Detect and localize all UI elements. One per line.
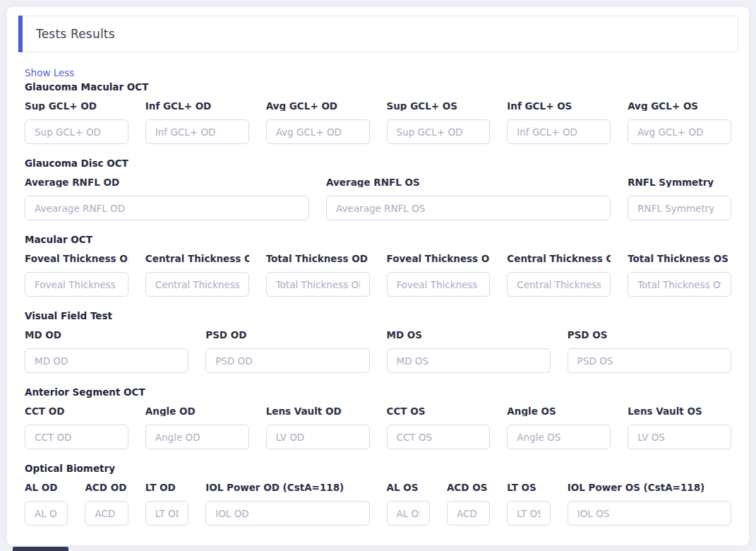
field-psd-os: PSD OS bbox=[568, 330, 731, 373]
field-label: AL OS bbox=[387, 482, 430, 492]
input-angle-os[interactable] bbox=[507, 425, 611, 449]
input-central-thickness-os[interactable] bbox=[507, 272, 611, 297]
form-sections: Glaucoma Macular OCTSup GCL+ ODInf GCL+ … bbox=[18, 82, 738, 526]
section-optical-biometry: Optical BiometryAL ODACD ODLT ODIOL Powe… bbox=[25, 463, 731, 526]
field-label: Lens Vault OS bbox=[628, 406, 731, 416]
section-heading: Macular OCT bbox=[25, 235, 731, 244]
field-lt-os: LT OS bbox=[507, 482, 550, 526]
field-label: RNFL Symmetry bbox=[628, 177, 731, 187]
field-total-thickness-os: Total Thickness OS bbox=[628, 254, 731, 297]
field-label: Inf GCL+ OD bbox=[145, 101, 249, 111]
field-label: Angle OD bbox=[145, 406, 249, 416]
field-rnfl-symmetry: RNFL Symmetry bbox=[628, 177, 731, 220]
input-inf-gcl-od[interactable] bbox=[145, 119, 249, 144]
field-label: Sup GCL+ OD bbox=[25, 101, 128, 111]
input-md-os[interactable] bbox=[387, 348, 551, 373]
field-inf-gcl-os: Inf GCL+ OS bbox=[507, 101, 611, 144]
section-heading: Glaucoma Disc OCT bbox=[25, 158, 731, 168]
input-rnfl-symmetry[interactable] bbox=[628, 196, 731, 220]
input-psd-os[interactable] bbox=[568, 348, 731, 373]
field-lens-vault-od: Lens Vault OD bbox=[266, 406, 370, 449]
field-grid: AL ODACD ODLT ODIOL Power OD (CstA=118)A… bbox=[25, 482, 731, 526]
field-central-thickness-os: Central Thickness OS bbox=[507, 254, 611, 297]
field-label: Inf GCL+ OS bbox=[507, 101, 611, 111]
field-average-rnfl-os: Average RNFL OS bbox=[326, 177, 611, 220]
section-visual-field-test: Visual Field TestMD ODPSD ODMD OSPSD OS bbox=[25, 311, 731, 373]
field-md-od: MD OD bbox=[25, 330, 188, 373]
input-lens-vault-os[interactable] bbox=[628, 425, 731, 449]
input-iol-power-os-csta-118[interactable] bbox=[568, 501, 731, 526]
input-lt-od[interactable] bbox=[145, 501, 188, 526]
field-label: LT OD bbox=[145, 482, 188, 492]
field-label: Sup GCL+ OS bbox=[387, 101, 491, 111]
field-label: MD OS bbox=[387, 330, 551, 340]
field-acd-os: ACD OS bbox=[447, 482, 490, 526]
field-label: Avg GCL+ OS bbox=[628, 101, 731, 111]
field-angle-os: Angle OS bbox=[507, 406, 611, 449]
input-md-od[interactable] bbox=[25, 348, 188, 373]
tests-results-card: Tests Results Show Less Glaucoma Macular… bbox=[7, 7, 749, 545]
field-label: Avg GCL+ OD bbox=[266, 101, 370, 111]
field-cct-od: CCT OD bbox=[25, 406, 128, 449]
field-grid: CCT ODAngle ODLens Vault ODCCT OSAngle O… bbox=[25, 406, 731, 449]
field-label: Central Thickness OD bbox=[145, 254, 249, 263]
field-angle-od: Angle OD bbox=[145, 406, 249, 449]
input-average-rnfl-os[interactable] bbox=[326, 196, 611, 220]
field-foveal-thickness-os: Foveal Thickness OS bbox=[387, 254, 491, 297]
field-al-os: AL OS bbox=[387, 482, 430, 526]
section-heading: Glaucoma Macular OCT bbox=[25, 82, 731, 92]
input-lens-vault-od[interactable] bbox=[266, 425, 370, 449]
input-total-thickness-os[interactable] bbox=[628, 272, 731, 297]
input-avg-gcl-os[interactable] bbox=[628, 119, 731, 144]
field-grid: Foveal Thickness ODCentral Thickness ODT… bbox=[25, 254, 731, 297]
input-inf-gcl-os[interactable] bbox=[507, 119, 611, 144]
field-label: ACD OS bbox=[447, 482, 490, 492]
field-label: PSD OS bbox=[568, 330, 731, 340]
input-angle-od[interactable] bbox=[145, 425, 249, 449]
input-avg-gcl-od[interactable] bbox=[266, 119, 370, 144]
field-lt-od: LT OD bbox=[145, 482, 188, 526]
input-cct-od[interactable] bbox=[25, 425, 128, 449]
input-acd-os[interactable] bbox=[447, 501, 490, 526]
input-total-thickness-od[interactable] bbox=[266, 272, 370, 297]
field-iol-power-od-csta-118: IOL Power OD (CstA=118) bbox=[205, 482, 369, 526]
header-accent-bar bbox=[18, 16, 23, 52]
field-md-os: MD OS bbox=[387, 330, 551, 373]
field-grid: MD ODPSD ODMD OSPSD OS bbox=[25, 330, 731, 373]
section-macular-oct: Macular OCTFoveal Thickness ODCentral Th… bbox=[25, 235, 731, 297]
input-average-rnfl-od[interactable] bbox=[25, 196, 309, 220]
input-sup-gcl-os[interactable] bbox=[387, 119, 491, 144]
field-label: CCT OS bbox=[387, 406, 491, 416]
field-label: LT OS bbox=[507, 482, 550, 492]
page-title: Tests Results bbox=[36, 27, 115, 41]
field-psd-od: PSD OD bbox=[205, 330, 369, 373]
field-label: Average RNFL OD bbox=[25, 177, 309, 187]
input-al-os[interactable] bbox=[387, 501, 430, 526]
input-lt-os[interactable] bbox=[507, 501, 550, 526]
input-central-thickness-od[interactable] bbox=[145, 272, 249, 297]
partial-next-element bbox=[13, 547, 68, 551]
field-label: Total Thickness OD bbox=[266, 254, 370, 263]
field-total-thickness-od: Total Thickness OD bbox=[266, 254, 370, 297]
input-acd-od[interactable] bbox=[85, 501, 128, 526]
field-label: Angle OS bbox=[507, 406, 611, 416]
input-foveal-thickness-od[interactable] bbox=[25, 272, 128, 297]
input-sup-gcl-od[interactable] bbox=[25, 119, 128, 144]
field-inf-gcl-od: Inf GCL+ OD bbox=[145, 101, 249, 144]
input-cct-os[interactable] bbox=[387, 425, 491, 449]
field-avg-gcl-os: Avg GCL+ OS bbox=[628, 101, 731, 144]
field-grid: Average RNFL ODAverage RNFL OSRNFL Symme… bbox=[25, 177, 731, 220]
section-anterior-segment-oct: Anterior Segment OCTCCT ODAngle ODLens V… bbox=[25, 387, 731, 449]
field-label: IOL Power OS (CstA=118) bbox=[568, 482, 731, 492]
field-sup-gcl-os: Sup GCL+ OS bbox=[387, 101, 491, 144]
field-label: CCT OD bbox=[25, 406, 128, 416]
input-foveal-thickness-os[interactable] bbox=[387, 272, 491, 297]
input-al-od[interactable] bbox=[25, 501, 68, 526]
field-cct-os: CCT OS bbox=[387, 406, 491, 449]
show-less-link[interactable]: Show Less bbox=[25, 67, 74, 78]
input-psd-od[interactable] bbox=[205, 348, 369, 373]
field-lens-vault-os: Lens Vault OS bbox=[628, 406, 731, 449]
field-foveal-thickness-od: Foveal Thickness OD bbox=[25, 254, 128, 297]
field-acd-od: ACD OD bbox=[85, 482, 128, 526]
input-iol-power-od-csta-118[interactable] bbox=[205, 501, 369, 526]
